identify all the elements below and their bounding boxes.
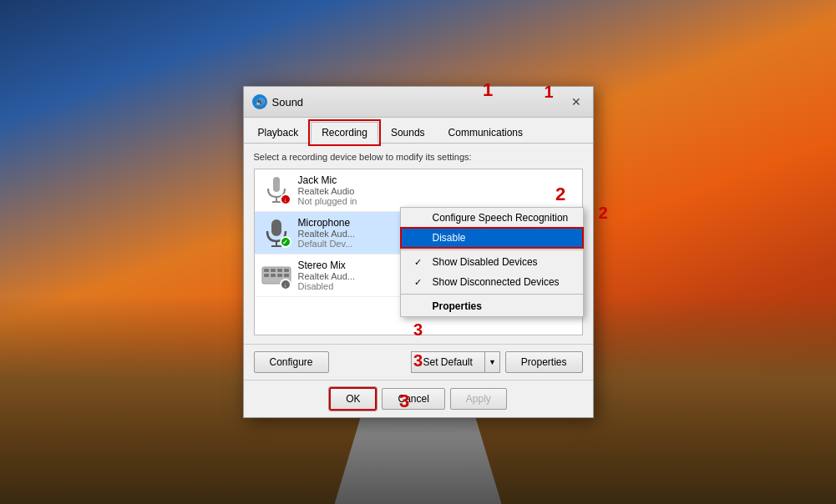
title-left: 🔊 Sound (252, 94, 304, 109)
show-disconnected-checkmark: ✓ (414, 277, 426, 288)
set-default-arrow[interactable]: ▼ (484, 351, 500, 373)
jack-mic-icon: ↓ (261, 175, 291, 205)
svg-rect-11 (264, 274, 269, 277)
dialog-titlebar: 🔊 Sound ✕ (244, 87, 593, 118)
stereo-mix-icon: ↓ (261, 260, 291, 290)
annotation-2: 2 (598, 204, 607, 223)
configure-button[interactable]: Configure (254, 351, 329, 373)
tab-recording[interactable]: Recording (311, 122, 378, 144)
menu-sep-1 (401, 249, 583, 250)
tabs-bar: Playback Recording Sounds Communications (244, 118, 593, 144)
svg-rect-0 (273, 177, 280, 192)
stereo-mix-status-badge: ↓ (280, 279, 291, 290)
tab-playback[interactable]: Playback (247, 122, 310, 144)
dialog-title: Sound (272, 96, 304, 108)
menu-sep-2 (401, 294, 583, 295)
sound-icon: 🔊 (252, 94, 267, 109)
svg-rect-8 (271, 269, 276, 272)
show-disabled-checkmark: ✓ (414, 257, 426, 268)
dialog-footer-bottom: 3 OK Cancel Apply (244, 380, 593, 417)
menu-disable[interactable]: Disable (401, 228, 583, 248)
menu-show-disabled[interactable]: ✓ Show Disabled Devices (401, 252, 583, 272)
menu-configure-speech[interactable]: Configure Speech Recognition (401, 208, 583, 228)
jack-mic-subname: Realtek Audio (298, 186, 575, 196)
device-jack-mic[interactable]: ↓ Jack Mic Realtek Audio Not plugged in (255, 169, 582, 212)
set-default-split: Set Default ▼ (411, 351, 500, 373)
properties-button[interactable]: Properties (505, 351, 583, 373)
svg-rect-12 (271, 274, 276, 277)
svg-rect-10 (284, 269, 289, 272)
microphone-status-badge: ✓ (280, 236, 291, 248)
jack-mic-status: Not plugged in (298, 196, 575, 206)
annotation-1: 1 (545, 83, 610, 102)
dialog-overlay: 1 🔊 Sound ✕ Playback Recording Sounds Co… (0, 0, 836, 504)
tab-communications[interactable]: Communications (438, 122, 534, 144)
svg-rect-13 (277, 274, 282, 277)
ok-button[interactable]: OK (329, 387, 377, 411)
svg-rect-14 (284, 274, 289, 277)
jack-mic-status-badge: ↓ (280, 194, 291, 205)
cancel-button[interactable]: Cancel (382, 388, 444, 410)
apply-button[interactable]: Apply (450, 388, 507, 410)
jack-mic-name: Jack Mic (298, 174, 575, 186)
set-default-button[interactable]: Set Default (411, 351, 484, 373)
context-menu: 2 Configure Speech Recognition Disable ✓… (400, 207, 584, 317)
jack-mic-info: Jack Mic Realtek Audio Not plugged in (298, 174, 575, 206)
dialog-footer: Configure Set Default ▼ Properties 3 (244, 344, 593, 380)
menu-show-disconnected[interactable]: ✓ Show Disconnected Devices (401, 272, 583, 292)
tab-sounds[interactable]: Sounds (380, 122, 436, 144)
sound-dialog: 1 🔊 Sound ✕ Playback Recording Sounds Co… (243, 86, 594, 418)
devices-area: ↓ Jack Mic Realtek Audio Not plugged in (254, 169, 583, 335)
microphone-icon: ✓ (261, 218, 291, 248)
instruction-text: Select a recording device below to modif… (254, 152, 583, 162)
svg-rect-7 (264, 269, 269, 272)
svg-rect-3 (271, 219, 281, 236)
svg-rect-9 (277, 269, 282, 272)
dialog-content: Select a recording device below to modif… (244, 144, 593, 344)
menu-properties[interactable]: Properties (401, 296, 583, 316)
